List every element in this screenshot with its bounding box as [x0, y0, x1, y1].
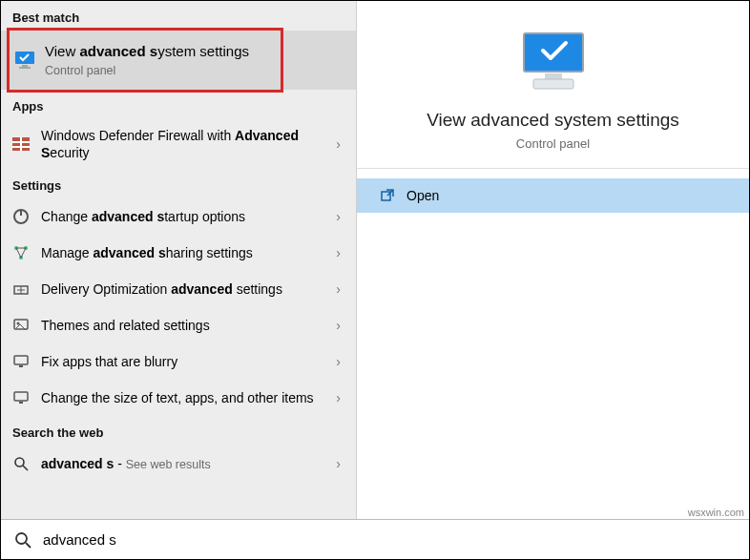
action-open[interactable]: Open: [357, 178, 749, 213]
svg-rect-18: [19, 402, 23, 404]
result-blurry-apps[interactable]: Fix apps that are blurry ›: [1, 343, 356, 380]
section-apps: Apps: [1, 90, 356, 119]
result-label: Change the size of text, apps, and other…: [41, 389, 330, 406]
monitor-check-icon: [14, 50, 35, 71]
search-input[interactable]: [43, 531, 736, 548]
svg-rect-16: [19, 365, 23, 367]
best-match-title: View advanced system settings: [45, 42, 339, 61]
divider: [357, 168, 749, 169]
preview-pane: View advanced system settings Control pa…: [357, 1, 749, 519]
svg-rect-17: [14, 392, 28, 401]
section-best-match: Best match: [1, 1, 356, 31]
network-share-icon: [10, 242, 31, 263]
delivery-optimization-icon: [10, 279, 31, 300]
preview-title: View advanced system settings: [376, 110, 730, 131]
result-text-size[interactable]: Change the size of text, apps, and other…: [1, 380, 356, 416]
search-bar[interactable]: [1, 519, 749, 559]
chevron-right-icon[interactable]: ›: [330, 136, 346, 152]
section-settings: Settings: [1, 169, 356, 198]
svg-rect-24: [533, 79, 573, 89]
chevron-right-icon[interactable]: ›: [330, 456, 346, 471]
open-external-icon: [380, 188, 395, 203]
action-open-label: Open: [406, 188, 439, 203]
svg-rect-8: [20, 210, 22, 216]
firewall-icon: [10, 134, 31, 155]
svg-point-19: [15, 458, 24, 467]
svg-line-27: [26, 543, 31, 548]
svg-rect-6: [20, 137, 22, 151]
svg-rect-1: [22, 65, 28, 67]
chevron-right-icon[interactable]: ›: [330, 281, 346, 297]
preview-subtitle: Control panel: [376, 136, 730, 151]
power-gear-icon: [10, 206, 31, 227]
result-label: Delivery Optimization advanced settings: [41, 280, 330, 298]
result-label: Themes and related settings: [41, 317, 330, 334]
search-icon: [14, 531, 31, 549]
display-icon: [10, 351, 31, 372]
display-icon: [10, 387, 31, 408]
result-delivery-optimization[interactable]: Delivery Optimization advanced settings …: [1, 271, 356, 307]
result-label: advanced s - See web results: [41, 455, 330, 472]
svg-rect-2: [19, 67, 31, 69]
chevron-right-icon[interactable]: ›: [330, 318, 346, 333]
result-label: Fix apps that are blurry: [41, 353, 330, 370]
result-app-firewall[interactable]: Windows Defender Firewall with Advanced …: [1, 119, 356, 169]
themes-icon: [10, 315, 31, 336]
svg-rect-15: [14, 356, 28, 364]
chevron-right-icon[interactable]: ›: [330, 245, 346, 260]
svg-rect-21: [524, 33, 583, 72]
svg-line-20: [23, 466, 28, 470]
search-icon: [10, 453, 31, 474]
chevron-right-icon[interactable]: ›: [330, 354, 346, 369]
results-pane: Best match View advanced system settings…: [1, 1, 357, 519]
result-startup-options[interactable]: Change advanced startup options ›: [1, 198, 356, 235]
chevron-right-icon[interactable]: ›: [330, 390, 346, 405]
result-sharing-settings[interactable]: Manage advanced sharing settings ›: [1, 235, 356, 271]
svg-point-14: [17, 322, 20, 325]
result-label: Windows Defender Firewall with Advanced …: [41, 127, 330, 161]
svg-point-26: [16, 533, 27, 544]
monitor-check-large-icon: [376, 30, 730, 94]
result-label: Change advanced startup options: [41, 208, 330, 225]
best-match-subtitle: Control panel: [45, 63, 339, 78]
result-themes[interactable]: Themes and related settings ›: [1, 307, 356, 343]
result-best-match[interactable]: View advanced system settings Control pa…: [1, 31, 356, 90]
result-web-search[interactable]: advanced s - See web results ›: [1, 446, 356, 482]
section-web: Search the web: [1, 416, 356, 446]
svg-rect-23: [545, 73, 562, 79]
result-label: Manage advanced sharing settings: [41, 244, 330, 261]
chevron-right-icon[interactable]: ›: [330, 209, 346, 224]
watermark: wsxwin.com: [688, 507, 744, 518]
